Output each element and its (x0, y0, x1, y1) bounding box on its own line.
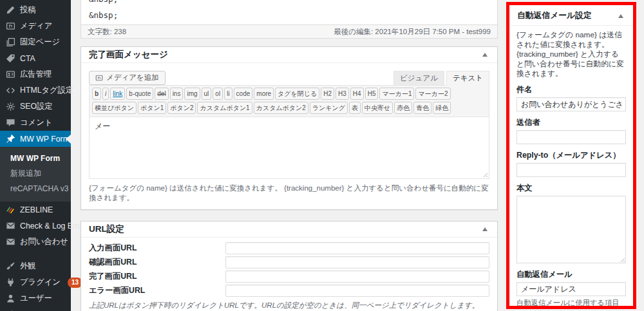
code-icon (6, 86, 15, 95)
auto-reply-settings-panel-highlighted: 自動返信メール設定 {フォームタグの name} は送信された値に変換されます。… (506, 2, 636, 309)
qt-ul-button[interactable]: ul (202, 88, 212, 100)
qt-h4-button[interactable]: H4 (350, 88, 364, 100)
media-icon (6, 21, 15, 31)
pushpin-icon (6, 134, 15, 144)
collapse-toggle-icon[interactable] (480, 50, 489, 59)
url-settings-help: 上記URLはボタン押下時のリダイレクトURLです。URLの設定が空のときは、同一… (89, 300, 489, 311)
editor-status-bar: 文字数: 238 最後の編集: 2021年10月29日 7:50 PM - te… (81, 24, 497, 38)
url-field-row: 完了画面URL (89, 270, 489, 283)
submenu-item-recaptcha[interactable]: reCAPTACHA v3 (0, 182, 71, 196)
qt-h2-button[interactable]: H2 (321, 88, 334, 100)
qt-li-button[interactable]: li (224, 88, 232, 100)
user-icon (6, 294, 15, 303)
panel-title: 完了画面メッセージ (89, 49, 168, 61)
panel-header[interactable]: 完了画面メッセージ (81, 47, 497, 63)
sidebar-item-label: コメント (20, 117, 52, 128)
sidebar-item-tools[interactable]: ツール (0, 306, 71, 311)
input-screen-url-field[interactable] (225, 242, 489, 254)
sidebar-item-contact[interactable]: お問い合わせ (0, 234, 71, 250)
sidebar-item-appearance[interactable]: 外観 (0, 258, 71, 274)
url-field-row: 入力画面URL (89, 242, 489, 254)
editor-text-line: &nbsp; (89, 0, 118, 4)
submenu-item-add-new[interactable]: 新規追加 (0, 165, 71, 182)
auto-reply-key-label: 自動返信メール (516, 269, 626, 280)
sidebar-item-zebline[interactable]: ZEBLINE (0, 202, 71, 218)
collapse-toggle-icon[interactable] (616, 12, 625, 21)
qt-bold-button[interactable]: b (92, 88, 101, 100)
brush-icon (6, 261, 15, 271)
body-textarea[interactable] (516, 196, 626, 263)
panel-title: 自動返信メール設定 (517, 10, 592, 21)
qt-del-button[interactable]: del (155, 88, 168, 100)
qt-bquote-button[interactable]: b-quote (126, 88, 153, 100)
qt-code-button[interactable]: code (234, 88, 253, 100)
qt-h5-button[interactable]: H5 (365, 88, 379, 100)
qt-h3-button[interactable]: H3 (336, 88, 349, 100)
quicktags-toolbar-row1: b i link b-quote del ins img ul ol li co… (90, 86, 489, 100)
sidebar-item-pages[interactable]: 固定ページ (0, 34, 71, 50)
qt-button2-button[interactable]: ボタン2 (167, 102, 196, 114)
pencil-icon (6, 5, 15, 15)
sidebar-item-mw-wp-form[interactable]: MW WP Form (0, 131, 71, 147)
qt-blue-button[interactable]: 青色 (413, 102, 431, 114)
qt-custom-button2-button[interactable]: カスタムボタン2 (254, 102, 308, 114)
auto-reply-key-field[interactable] (516, 282, 626, 296)
sidebar-item-label: メディア (20, 21, 52, 32)
tab-visual[interactable]: ビジュアル (393, 71, 444, 86)
tab-text[interactable]: テキスト (446, 71, 489, 86)
collapse-toggle-icon[interactable] (480, 225, 489, 234)
subject-field[interactable] (516, 97, 626, 111)
qt-green-button[interactable]: 緑色 (433, 102, 451, 114)
sender-field[interactable] (516, 130, 626, 144)
qt-center-button[interactable]: 中央寄せ (362, 102, 393, 114)
sidebar-item-label: プラグイン (20, 277, 61, 288)
sidebar-item-label: ユーザー (20, 293, 52, 304)
sidebar-item-label: ZEBLINE (20, 205, 53, 214)
sidebar-item-media[interactable]: メディア (0, 18, 71, 34)
qt-more-button[interactable]: more (254, 88, 274, 100)
sidebar-item-cta[interactable]: CTA (0, 50, 71, 66)
qt-button1-button[interactable]: ボタン1 (138, 102, 166, 114)
sidebar-item-comments[interactable]: コメント (0, 115, 71, 131)
add-media-button[interactable]: メディアを追加 (89, 71, 166, 85)
qt-red-button[interactable]: 赤色 (394, 102, 412, 114)
reply-to-field[interactable] (516, 163, 626, 177)
qt-marker2-button[interactable]: マーカー2 (415, 88, 450, 100)
sidebar-item-seo[interactable]: SEO設定 (0, 99, 71, 115)
qt-marker1-button[interactable]: マーカー1 (379, 88, 414, 100)
sidebar-item-label: 投稿 (20, 5, 36, 15)
url-field-row: 確認画面URL (89, 256, 489, 269)
sidebar-item-ads[interactable]: 広告管理 (0, 66, 71, 82)
sidebar-item-posts[interactable]: 投稿 (0, 2, 71, 18)
qt-close-tags-button[interactable]: タグを閉じる (275, 88, 319, 100)
word-count: 文字数: 238 (88, 27, 126, 37)
content-editor-textarea[interactable]: &nbsp; &nbsp; (81, 0, 497, 24)
qt-img-button[interactable]: img (184, 88, 200, 100)
panel-header[interactable]: URL設定 (81, 221, 497, 238)
completion-message-textarea[interactable]: メー (90, 117, 489, 178)
qt-ranking-button[interactable]: ランキング (310, 102, 348, 114)
zebline-icon (6, 205, 15, 214)
panel-header[interactable]: 自動返信メール設定 (509, 5, 633, 26)
qt-ol-button[interactable]: ol (213, 88, 223, 100)
qt-custom-button1-button[interactable]: カスタムボタン1 (197, 102, 252, 114)
submenu-item-mw-wp-form[interactable]: MW WP Form (0, 151, 71, 165)
quicktags-toolbar-row2: 横並びボタン ボタン1 ボタン2 カスタムボタン1 カスタムボタン2 ランキング… (90, 100, 489, 117)
sidebar-item-html-tags[interactable]: HTMLタグ設定 (0, 82, 71, 99)
confirm-screen-url-field[interactable] (225, 256, 489, 269)
qt-ins-button[interactable]: ins (170, 88, 184, 100)
complete-screen-url-field[interactable] (225, 270, 489, 283)
qt-side-buttons-button[interactable]: 横並びボタン (92, 102, 137, 114)
qt-link-button[interactable]: link (110, 88, 125, 100)
sidebar-item-users[interactable]: ユーザー (0, 290, 71, 306)
qt-italic-button[interactable]: i (102, 88, 109, 100)
sidebar-item-label: 固定ページ (20, 37, 60, 48)
add-media-label: メディアを追加 (106, 73, 159, 82)
sidebar-item-plugins[interactable]: プラグイン 13 (0, 274, 71, 290)
tag-icon (6, 53, 15, 63)
error-screen-url-field[interactable] (225, 285, 489, 297)
sidebar-item-check-log-email[interactable]: Check & Log Email (0, 218, 71, 234)
complete-screen-url-label: 完了画面URL (89, 271, 225, 282)
qt-table-button[interactable]: 表 (349, 102, 361, 114)
quicktags-editor: b i link b-quote del ins img ul ol li co… (89, 85, 489, 179)
